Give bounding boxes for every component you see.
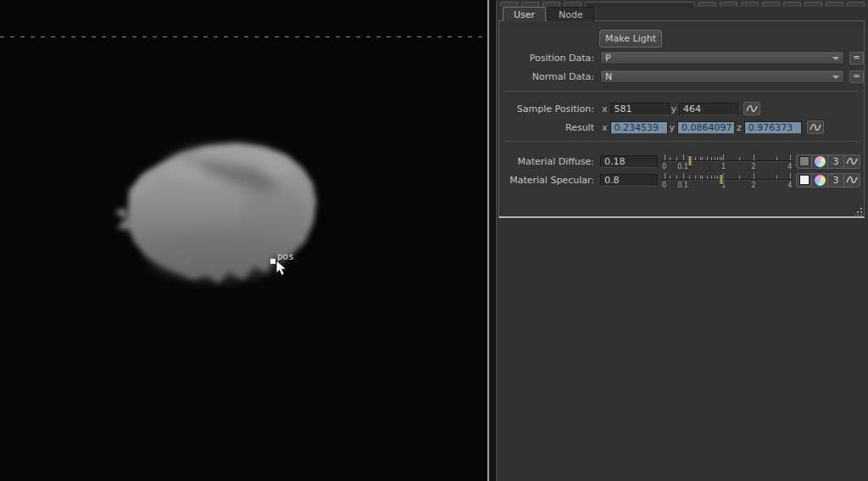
- slider-tick: [717, 157, 718, 160]
- material-diffuse-input[interactable]: 0.18: [600, 155, 658, 168]
- panel-resize-grip[interactable]: [854, 207, 863, 215]
- slider-tick: [670, 157, 670, 160]
- slider-tick-label: 4: [787, 163, 792, 171]
- slider-tick: [676, 176, 677, 179]
- curve-icon: [746, 104, 758, 113]
- normal-data-label: Normal Data:: [499, 71, 594, 82]
- slider-tick: [776, 176, 777, 179]
- slider-tick: [689, 176, 690, 179]
- z-axis-letter: z: [737, 122, 742, 133]
- slider-tick-label: 2: [752, 182, 756, 189]
- sample-position-label: Sample Position:: [499, 103, 594, 115]
- slider-tick: [715, 157, 715, 160]
- normal-data-value: N: [605, 71, 612, 82]
- make-light-button[interactable]: Make Light: [599, 30, 662, 48]
- slider-tick: [695, 176, 696, 179]
- slider-tick: [707, 157, 708, 160]
- slider-tick: [695, 157, 696, 160]
- sample-position-x-input[interactable]: 581: [610, 103, 670, 115]
- slider-tick-label: 0.1: [677, 182, 688, 189]
- result-y-input[interactable]: 0.0864097: [677, 121, 735, 134]
- slider-tick-label: 0: [662, 182, 666, 189]
- slider-track[interactable]: [663, 179, 792, 181]
- slider-tick: [754, 173, 754, 179]
- slider-tick-label: 1: [721, 163, 726, 171]
- slider-tick: [739, 176, 740, 179]
- pane-splitter[interactable]: [487, 0, 497, 481]
- viewer-canvas[interactable]: pos: [0, 0, 487, 481]
- chevron-down-icon: [832, 57, 839, 60]
- material-diffuse-color-swatch-button[interactable]: [796, 154, 812, 169]
- slider-handle[interactable]: [720, 174, 724, 185]
- sample-position-animation-curve-button[interactable]: [743, 102, 760, 115]
- material-specular-animation-curve-button[interactable]: [844, 173, 860, 187]
- user-tab-content: Make Light Position Data: P = Normal Dat…: [498, 20, 865, 218]
- position-data-label: Position Data:: [499, 53, 594, 64]
- normal-data-equals-button[interactable]: =: [849, 70, 864, 83]
- slider-tick: [715, 176, 715, 179]
- separator: [504, 141, 859, 142]
- result-x-input[interactable]: 0.234539: [610, 121, 668, 134]
- splitter-handle[interactable]: [487, 0, 489, 481]
- tab-node[interactable]: Node: [548, 7, 594, 21]
- tab-user-label: User: [514, 9, 535, 20]
- tab-node-label: Node: [559, 9, 583, 20]
- chevron-down-icon: [832, 76, 839, 79]
- slider-track[interactable]: [663, 160, 792, 162]
- result-row: Result x 0.234539 y 0.0864097 z 0.976373: [499, 120, 864, 134]
- slider-tick: [702, 176, 703, 179]
- position-data-dropdown[interactable]: P: [600, 51, 844, 64]
- slider-tick: [665, 154, 665, 160]
- result-z-input[interactable]: 0.976373: [744, 121, 802, 134]
- material-diffuse-label: Material Diffuse:: [499, 156, 594, 167]
- material-specular-slider[interactable]: 00.1124: [663, 171, 792, 189]
- x-axis-letter: x: [602, 122, 608, 133]
- sample-position-y-input[interactable]: 464: [679, 103, 738, 115]
- material-specular-input[interactable]: 0.8: [600, 174, 658, 187]
- y-axis-letter: y: [670, 122, 676, 133]
- slider-tick: [717, 176, 718, 179]
- slider-tick: [665, 173, 665, 179]
- curve-icon: [846, 157, 858, 165]
- slider-tick: [707, 176, 708, 179]
- slider-tick-label: 0: [662, 163, 666, 171]
- color-swatch: [799, 156, 810, 166]
- curve-icon: [846, 176, 858, 184]
- material-specular-channels-button[interactable]: 3: [828, 173, 844, 187]
- slider-handle[interactable]: [687, 155, 692, 166]
- properties-panel: User Node Make Light Position Data: P = …: [497, 0, 868, 481]
- slider-tick: [790, 173, 791, 179]
- result-label: Result: [499, 122, 594, 133]
- position-data-equals-button[interactable]: =: [849, 52, 864, 64]
- format-boundary-line: [0, 36, 487, 37]
- y-axis-letter: y: [671, 103, 677, 115]
- mouse-cursor-icon: [275, 260, 289, 277]
- material-diffuse-slider[interactable]: 00.1124: [663, 152, 792, 171]
- material-diffuse-row: Material Diffuse: 0.18 00.1124 3: [499, 152, 864, 171]
- material-specular-row: Material Specular: 0.8 00.1124 3: [499, 171, 864, 189]
- material-diffuse-animation-curve-button[interactable]: [844, 154, 860, 169]
- material-diffuse-channels-button[interactable]: 3: [828, 154, 844, 169]
- sample-position-row: Sample Position: x 581 y 464: [499, 102, 864, 115]
- slider-tick: [700, 176, 701, 179]
- material-specular-color-wheel-button[interactable]: [812, 173, 828, 187]
- tab-user[interactable]: User: [503, 7, 546, 21]
- slider-tick: [720, 157, 721, 160]
- application-window: pos: [0, 0, 868, 481]
- slider-tick: [700, 157, 701, 160]
- result-animation-curve-button[interactable]: [807, 120, 824, 134]
- slider-tick: [776, 157, 777, 160]
- slider-tick: [711, 176, 712, 179]
- material-specular-color-swatch-button[interactable]: [796, 173, 812, 187]
- slider-tick: [702, 157, 703, 160]
- normal-data-dropdown[interactable]: N: [600, 70, 844, 83]
- slider-tick: [676, 157, 677, 160]
- slider-tick-label: 0.1: [677, 163, 688, 171]
- tab-bar: User Node: [497, 7, 868, 21]
- position-data-row: Position Data: P =: [499, 51, 864, 64]
- material-diffuse-color-wheel-button[interactable]: [812, 154, 828, 169]
- color-wheel-icon: [815, 175, 826, 186]
- color-wheel-icon: [815, 156, 826, 167]
- slider-tick: [683, 154, 684, 160]
- curve-icon: [810, 123, 821, 131]
